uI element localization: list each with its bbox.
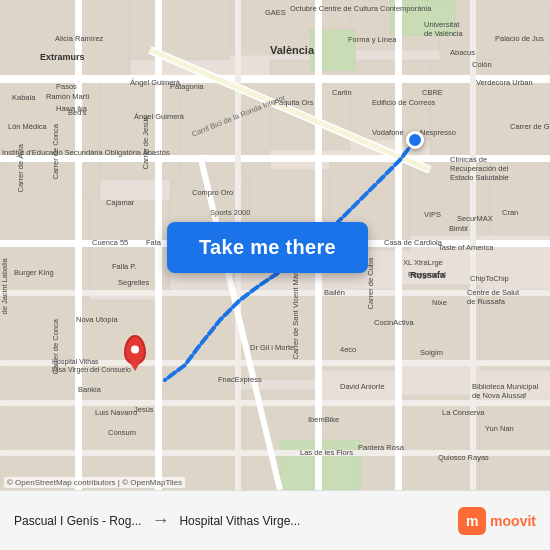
svg-rect-2	[130, 0, 230, 60]
route-info: Pascual I Genís - Rog... → Hospital Vith…	[14, 510, 458, 531]
svg-rect-44	[155, 0, 162, 490]
take-me-there-button[interactable]: Take me there	[167, 222, 368, 273]
svg-rect-39	[0, 290, 550, 296]
map-attribution: © OpenStreetMap contributors | © OpenMap…	[4, 477, 185, 488]
svg-rect-37	[0, 155, 550, 162]
svg-rect-7	[0, 80, 100, 200]
route-arrow: →	[151, 510, 169, 531]
route-from-name: Pascual I Genís - Rog...	[14, 514, 141, 528]
svg-rect-1	[0, 0, 130, 80]
destination-marker	[124, 335, 146, 365]
origin-marker	[406, 131, 424, 149]
svg-rect-26	[400, 285, 480, 365]
moovit-text: moovit	[490, 513, 536, 529]
moovit-logo: m moovit	[458, 507, 536, 535]
svg-rect-11	[350, 60, 430, 140]
route-to: Hospital Vithas Virge...	[179, 514, 300, 528]
bottom-bar: Pascual I Genís - Rog... → Hospital Vith…	[0, 490, 550, 550]
map-container: Extramurs València Russafa Patagonia GAE…	[0, 0, 550, 490]
svg-rect-42	[0, 450, 550, 456]
svg-rect-21	[0, 300, 80, 400]
svg-rect-25	[320, 290, 400, 370]
svg-rect-27	[480, 290, 550, 370]
svg-rect-41	[0, 400, 550, 406]
svg-rect-20	[490, 155, 550, 235]
svg-rect-33	[400, 395, 480, 490]
svg-rect-48	[470, 0, 476, 490]
svg-rect-40	[0, 360, 550, 366]
route-from: Pascual I Genís - Rog...	[14, 514, 141, 528]
svg-rect-8	[100, 80, 180, 180]
svg-rect-43	[75, 0, 82, 490]
svg-rect-34	[480, 400, 550, 490]
route-to-name: Hospital Vithas Virge...	[179, 514, 300, 528]
svg-rect-36	[0, 75, 550, 83]
moovit-icon-letter: m	[466, 513, 478, 529]
svg-rect-5	[440, 0, 550, 60]
svg-rect-22	[80, 300, 160, 400]
svg-rect-47	[395, 0, 402, 490]
moovit-icon: m	[458, 507, 486, 535]
